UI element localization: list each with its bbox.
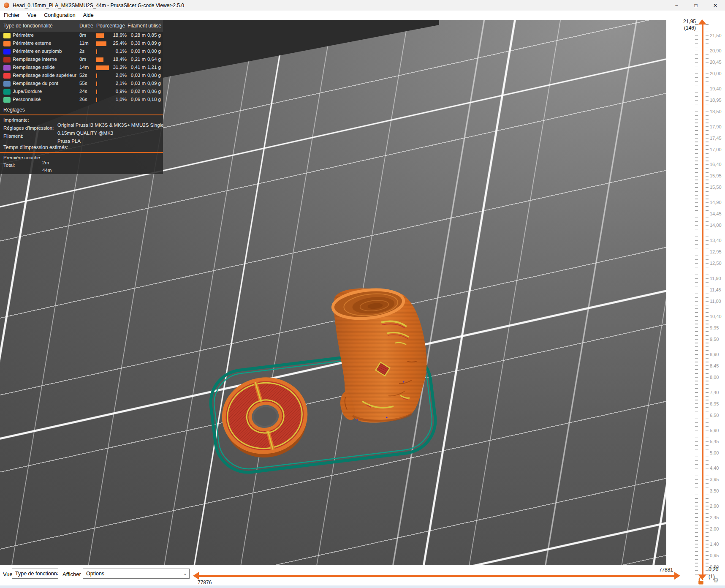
layer-height-tick-label: 11,00 [710,299,725,304]
settings-row: Réglages d'impression:0.15mm QUALITY @MK… [0,125,163,133]
menu-item-fichier[interactable]: Fichier [0,11,24,20]
layer-slider-panel: 21,95 (146) 21,5020,9020,4520,0019,4018,… [666,20,725,588]
legend-row: Personnalisé26s1,0%0,06 m0,18 g [0,96,163,104]
gcode-3d-viewport[interactable]: Type de fonctionnalité Durée Pourcentage… [0,20,666,565]
settings-label: Filament: [3,133,23,139]
feature-duration: 8m [79,57,86,62]
feature-meters: 0,02 m [128,89,146,94]
feature-duration: 14m [79,65,89,70]
layer-height-tick-label: 2,45 [710,515,725,520]
legend-row: Périmètre en surplomb2s0,1%0,00 m0,00 g [0,48,163,56]
settings-label: Réglages d'impression: [3,125,54,131]
feature-label: Remplissage du pont [13,81,58,86]
layer-height-tick-label: 5,00 [710,450,725,455]
feature-duration: 8m [79,33,86,38]
chevron-down-icon: ⌄ [183,571,187,576]
feature-duration: 55s [79,81,87,86]
layer-height-tick-label: 14,00 [710,223,725,228]
feature-meters: 0,21 m [128,57,146,62]
legend-row: Remplissage interne8m18,4%0,21 m0,64 g [0,56,163,64]
show-label: Afficher [62,571,81,577]
title-bar: Head_0.15mm_PLA_MK3SMMU2S_44m - PrusaSli… [0,0,725,11]
move-slider-track[interactable] [198,575,675,577]
feature-grams: 0,08 g [147,73,161,78]
layer-height-tick-label: 2,00 [710,526,725,531]
layer-ticks-left [695,24,698,574]
layer-height-tick-label: 9,50 [710,337,725,342]
estimated-times-title: Temps d'impression estimés: [3,144,160,150]
layer-height-tick-label: 20,00 [710,71,725,76]
feature-grams: 0,85 g [147,33,161,38]
feature-label: Personnalisé [13,97,41,102]
show-options-value: Options [86,571,104,577]
feature-percent: 1,0% [97,97,127,102]
feature-label: Périmètre en surplomb [13,49,62,54]
feature-label: Remplissage interne [13,57,57,62]
settings-label: Imprimante: [3,117,29,122]
layer-slider-top-value: 21,95 (146) [666,19,696,31]
view-type-dropdown[interactable]: Type de fonctionnalité ⌄ [12,569,58,579]
feature-color-swatch [3,33,11,38]
col-feature-type: Type de fonctionnalité [3,23,53,29]
move-slider-right-handle[interactable] [674,572,680,580]
gear-icon[interactable]: ⚙ [713,577,719,584]
layer-height-tick-label: 8,90 [710,352,725,357]
feature-percent: 2,1% [97,81,127,86]
legend-row: Remplissage solide supérieur52s2,0%0,03 … [0,72,163,80]
layer-height-tick-label: 9,95 [710,325,725,330]
layer-height-tick-label: 14,45 [710,211,725,216]
feature-grams: 0,06 g [147,89,161,94]
show-options-dropdown[interactable]: Options ⌄ [83,569,190,579]
layer-slider-track[interactable] [702,24,703,574]
feature-color-swatch [3,97,11,103]
layer-height-tick-label: 15,50 [710,185,725,190]
feature-label: Remplissage solide [13,65,55,70]
legend-row: Remplissage du pont55s2,1%0,03 m0,09 g [0,80,163,88]
feature-color-swatch [3,89,11,95]
feature-meters: 0,03 m [128,73,146,78]
window-bottom-edge [0,585,725,588]
legend-header: Type de fonctionnalité Durée Pourcentage… [0,20,163,32]
move-range-end: 77881 [654,567,673,573]
layer-height-tick-label: 6,50 [710,413,725,418]
maximize-button[interactable]: □ [686,0,706,11]
menu-item-vue[interactable]: Vue [24,11,41,20]
top-layer-count: (146) [666,25,696,31]
layer-height-tick-label: 2,90 [710,504,725,509]
layer-height-tick-label: 18,50 [710,109,725,114]
feature-percent: 18,9% [97,33,127,38]
layer-height-tick-label: 5,90 [710,428,725,433]
menu-item-configuration[interactable]: Configuration [40,11,79,20]
view-label: Vue [3,571,13,577]
feature-label: Jupe/Bordure [13,89,42,94]
feature-meters: 0,03 m [128,81,146,86]
move-slider-left-handle[interactable] [193,572,199,580]
feature-label: Périmètre [13,33,34,38]
feature-color-swatch [3,73,11,79]
time-row: Première couche:2m [0,155,163,163]
legend-row: Périmètre8m18,9%0,28 m0,85 g [0,32,163,40]
feature-meters: 0,00 m [128,49,146,54]
minimize-button[interactable]: − [667,0,686,11]
settings-value: Prusa PLA [57,139,81,144]
time-label: Total: [3,163,15,168]
feature-duration: 52s [79,73,87,78]
feature-meters: 0,30 m [128,41,146,46]
feature-percent: 2,0% [97,73,127,78]
layer-height-tick-label: 12,50 [710,261,725,266]
legend-row: Jupe/Bordure24s0,9%0,02 m0,06 g [0,88,163,96]
feature-duration: 2s [79,49,84,54]
col-filament-used: Filament utilisé [127,23,161,29]
feature-color-swatch [3,49,11,54]
layer-height-tick-label: 0,95 [710,553,725,558]
feature-grams: 1,21 g [147,65,161,70]
close-button[interactable]: ✕ [706,0,725,11]
feature-duration: 24s [79,89,87,94]
layer-height-tick-label: 21,50 [710,33,725,38]
layer-height-tick-label: 8,45 [710,363,725,368]
col-percentage: Pourcentage [96,23,125,29]
time-label: Première couche: [3,155,41,160]
time-row: Total:44m [0,163,163,170]
feature-grams: 0,89 g [147,41,161,46]
menu-item-aide[interactable]: Aide [79,11,98,20]
